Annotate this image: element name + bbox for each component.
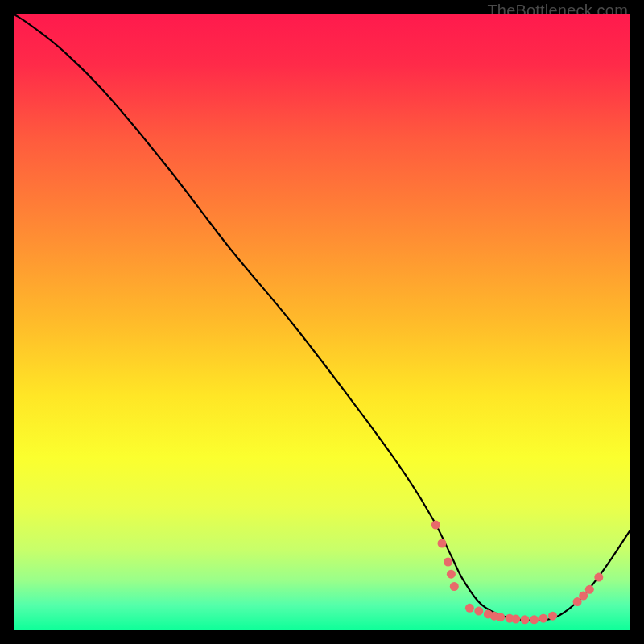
data-dot xyxy=(438,539,447,548)
chart-container: TheBottleneck.com xyxy=(0,0,644,644)
data-dot xyxy=(539,614,548,623)
data-dot xyxy=(474,607,483,616)
data-dot xyxy=(521,615,530,624)
data-dot xyxy=(511,615,520,624)
data-dot xyxy=(530,615,539,624)
plot-area xyxy=(14,14,630,630)
data-dot xyxy=(431,521,440,530)
chart-svg xyxy=(14,14,630,630)
data-dot xyxy=(444,558,452,567)
data-dot xyxy=(594,573,603,582)
data-dot xyxy=(548,612,557,621)
bottleneck-curve xyxy=(14,14,630,621)
data-dot xyxy=(465,604,474,613)
data-dot xyxy=(496,613,505,621)
data-dot xyxy=(447,570,456,579)
data-dot xyxy=(450,582,459,591)
data-dot xyxy=(585,585,594,594)
data-dots xyxy=(431,521,604,625)
